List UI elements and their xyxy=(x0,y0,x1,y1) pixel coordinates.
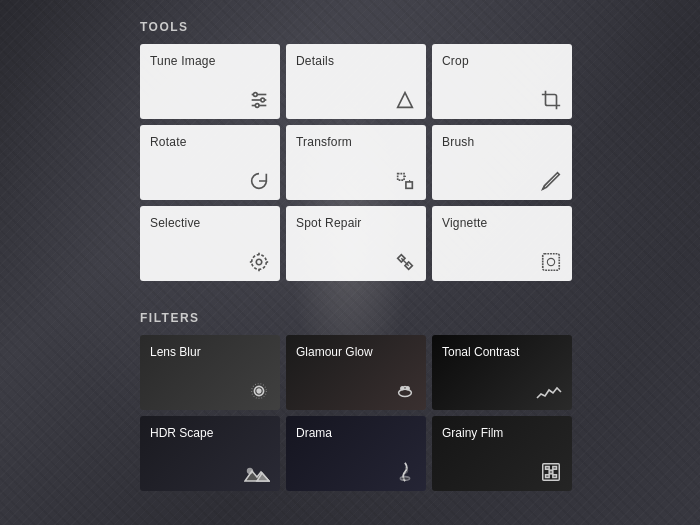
filters-section: FILTERS Lens Blur Glamour Glow xyxy=(0,311,700,491)
svg-point-22 xyxy=(257,389,261,393)
rotate-icon xyxy=(248,169,270,192)
svg-rect-32 xyxy=(553,467,557,470)
filter-glamour-glow-label: Glamour Glow xyxy=(296,345,416,359)
svg-point-4 xyxy=(261,98,265,102)
crop-icon xyxy=(540,88,562,111)
filter-drama[interactable]: Drama xyxy=(286,416,426,491)
filter-tonal-contrast[interactable]: Tonal Contrast xyxy=(432,335,572,410)
tonal-contrast-icon xyxy=(536,381,562,402)
svg-rect-7 xyxy=(398,174,404,180)
svg-marker-6 xyxy=(398,93,413,108)
svg-point-19 xyxy=(547,258,554,265)
grainy-film-icon xyxy=(540,460,562,483)
tool-spot-repair-label: Spot Repair xyxy=(296,216,416,230)
tools-grid: Tune Image Details xyxy=(0,44,700,281)
tool-selective[interactable]: Selective xyxy=(140,206,280,281)
hdr-scape-icon xyxy=(244,462,270,483)
filter-grainy-film[interactable]: Grainy Film xyxy=(432,416,572,491)
vignette-icon xyxy=(540,250,562,273)
tool-selective-label: Selective xyxy=(150,216,270,230)
svg-point-3 xyxy=(254,93,258,97)
tool-details-label: Details xyxy=(296,54,416,68)
tool-vignette[interactable]: Vignette xyxy=(432,206,572,281)
main-content: TOOLS Tune Image Details xyxy=(0,0,700,491)
tool-tune-image-label: Tune Image xyxy=(150,54,270,68)
svg-rect-8 xyxy=(406,182,412,188)
selective-icon xyxy=(248,250,270,273)
svg-rect-35 xyxy=(549,470,553,474)
svg-point-28 xyxy=(248,469,253,474)
tool-rotate[interactable]: Rotate xyxy=(140,125,280,200)
svg-point-12 xyxy=(256,259,262,265)
svg-point-11 xyxy=(252,255,267,270)
spot-repair-icon xyxy=(394,250,416,273)
filter-tonal-contrast-label: Tonal Contrast xyxy=(442,345,562,359)
transform-icon xyxy=(394,169,416,192)
svg-rect-34 xyxy=(553,475,557,478)
svg-point-23 xyxy=(399,389,412,396)
filter-hdr-scape-label: HDR Scape xyxy=(150,426,270,440)
filter-drama-label: Drama xyxy=(296,426,416,440)
sliders-icon xyxy=(248,88,270,111)
tool-crop-label: Crop xyxy=(442,54,562,68)
brush-icon xyxy=(540,169,562,192)
tool-vignette-label: Vignette xyxy=(442,216,562,230)
filter-lens-blur[interactable]: Lens Blur xyxy=(140,335,280,410)
tool-transform-label: Transform xyxy=(296,135,416,149)
tool-rotate-label: Rotate xyxy=(150,135,270,149)
details-icon xyxy=(394,88,416,111)
lens-blur-icon xyxy=(248,379,270,402)
tool-tune-image[interactable]: Tune Image xyxy=(140,44,280,119)
filters-label: FILTERS xyxy=(0,311,700,335)
tool-brush-label: Brush xyxy=(442,135,562,149)
filter-glamour-glow[interactable]: Glamour Glow xyxy=(286,335,426,410)
svg-rect-31 xyxy=(546,467,550,470)
svg-point-24 xyxy=(401,387,404,390)
filters-grid: Lens Blur Glamour Glow xyxy=(0,335,700,491)
svg-point-25 xyxy=(406,387,409,390)
tool-brush[interactable]: Brush xyxy=(432,125,572,200)
drama-icon xyxy=(394,460,416,483)
svg-point-29 xyxy=(400,477,409,481)
tool-details[interactable]: Details xyxy=(286,44,426,119)
svg-rect-18 xyxy=(543,254,560,271)
tool-transform[interactable]: Transform xyxy=(286,125,426,200)
tool-crop[interactable]: Crop xyxy=(432,44,572,119)
svg-point-5 xyxy=(255,104,259,108)
glamour-glow-icon xyxy=(394,379,416,402)
filter-hdr-scape[interactable]: HDR Scape xyxy=(140,416,280,491)
filter-grainy-film-label: Grainy Film xyxy=(442,426,562,440)
tool-spot-repair[interactable]: Spot Repair xyxy=(286,206,426,281)
tools-label: TOOLS xyxy=(0,20,700,44)
tools-section: TOOLS Tune Image Details xyxy=(0,20,700,281)
svg-rect-33 xyxy=(546,475,550,478)
filter-lens-blur-label: Lens Blur xyxy=(150,345,270,359)
